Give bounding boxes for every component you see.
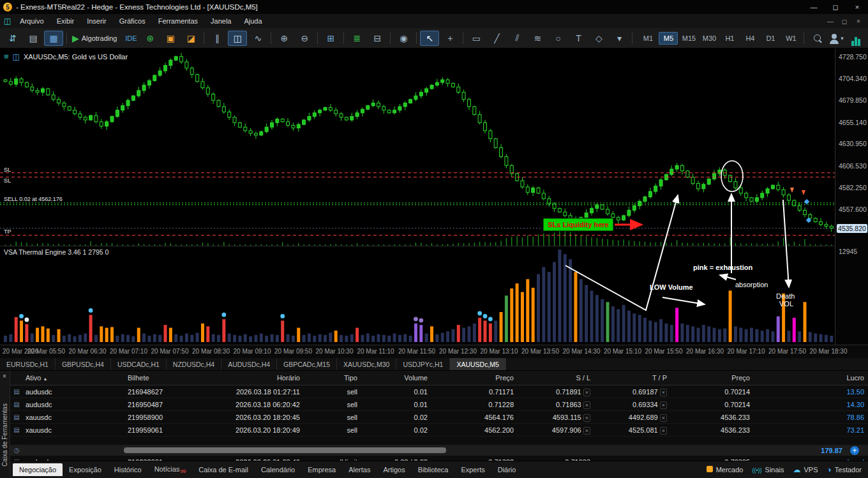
- zoom-in-icon[interactable]: ⊕: [274, 31, 294, 46]
- timeframe-m30[interactable]: M30: [700, 32, 719, 45]
- minimize-button[interactable]: —: [803, 0, 825, 14]
- bar-chart-type-icon[interactable]: ∥: [207, 31, 227, 46]
- profiles-icon[interactable]: ▤: [24, 31, 43, 46]
- bottom-tab-experts[interactable]: Experts: [454, 463, 491, 476]
- indicator-window-icon[interactable]: ⊟: [368, 31, 387, 46]
- account-icon[interactable]: ▾: [828, 31, 847, 46]
- chart-tab-xauusdc-m5[interactable]: XAUUSDc,M5: [450, 358, 506, 370]
- menu-item-inserir[interactable]: Inserir: [80, 15, 113, 27]
- menu-item-ajuda[interactable]: Ajuda: [237, 15, 268, 27]
- column-header-sl[interactable]: S / L: [518, 374, 594, 382]
- chart-menu-icon[interactable]: ≡: [4, 52, 9, 61]
- timeframe-m5[interactable]: M5: [659, 32, 678, 45]
- column-header-tp[interactable]: T / P: [594, 374, 671, 382]
- rectangle-tool-icon[interactable]: ▭: [467, 31, 486, 46]
- bottom-tab-not-cias[interactable]: Notícias99: [148, 463, 193, 477]
- depth-of-market-icon[interactable]: [851, 31, 865, 46]
- cursor-icon[interactable]: ↖: [420, 31, 439, 46]
- crosshair-icon[interactable]: +: [440, 31, 460, 46]
- remove-sl-button[interactable]: ×: [583, 401, 590, 409]
- new-order-icon[interactable]: ⇵: [3, 31, 22, 46]
- remove-sl-button[interactable]: ×: [583, 389, 590, 396]
- bottom-tab-alertas[interactable]: Alertas: [342, 463, 377, 476]
- column-header-horrio[interactable]: Horário: [195, 374, 304, 382]
- menu-item-janela[interactable]: Janela: [204, 15, 237, 27]
- trendline-tool-icon[interactable]: ╱: [487, 31, 506, 46]
- channel-tool-icon[interactable]: ⫽: [507, 31, 527, 46]
- timeframe-m1[interactable]: M1: [638, 32, 657, 45]
- status-testador[interactable]: ◑Testador: [827, 466, 862, 474]
- zoom-out-icon[interactable]: ⊖: [295, 31, 314, 46]
- algotrading-button[interactable]: ▶Algotrading: [70, 31, 119, 46]
- objects-dropdown-icon[interactable]: ▾: [610, 31, 629, 46]
- ellipse-tool-icon[interactable]: ○: [548, 31, 567, 46]
- restore-button[interactable]: ◻: [825, 0, 846, 14]
- column-header-preo[interactable]: Preço: [431, 374, 518, 382]
- status-sinais[interactable]: ((•))Sinais: [752, 466, 784, 474]
- bottom-tab-biblioteca[interactable]: Biblioteca: [412, 463, 455, 476]
- remove-tp-button[interactable]: ×: [660, 389, 667, 396]
- add-button[interactable]: +: [850, 446, 859, 455]
- trade-table-header[interactable]: Ativo ▲BilheteHorárioTipoVolumePreçoS / …: [10, 371, 868, 385]
- status-mercado[interactable]: Mercado: [707, 466, 744, 474]
- bottom-tab-exposi--o[interactable]: Exposição: [63, 463, 108, 476]
- chart-tab-gbpcadc-m15[interactable]: GBPCADc,M15: [277, 358, 337, 370]
- price-scale[interactable]: 4728.7504704.3404679.8504655.1404630.950…: [835, 49, 868, 358]
- status-vps[interactable]: ☁VPS: [793, 466, 818, 474]
- fibonacci-tool-icon[interactable]: ≋: [528, 31, 547, 46]
- remove-sl-button[interactable]: ×: [583, 427, 590, 435]
- indicators-icon[interactable]: ≣: [347, 31, 366, 46]
- column-header-volume[interactable]: Volume: [361, 374, 431, 382]
- chart-tab-gbpusdc-h4[interactable]: GBPUSDc,H4: [56, 358, 111, 370]
- chart-tab-usdjpyc-h1[interactable]: USDJPYc,H1: [396, 358, 450, 370]
- text-tool-icon[interactable]: T: [569, 31, 588, 46]
- timeframe-m15[interactable]: M15: [679, 32, 698, 45]
- screenshot-camera-icon[interactable]: ◉: [394, 31, 413, 46]
- bottom-tab-caixa-de-e-mail[interactable]: Caixa de E-mail: [192, 463, 255, 476]
- bottom-tab-calend-rio[interactable]: Calendário: [255, 463, 301, 476]
- trade-row[interactable]: ▤audusdc2192329312026.03.20 01:08:46sell…: [10, 456, 868, 461]
- column-header-lucro[interactable]: Lucro: [754, 374, 868, 382]
- column-header-bilhete[interactable]: Bilhete: [125, 374, 195, 382]
- trade-row[interactable]: ▤audusdc2169486272026.03.18 01:27:11sell…: [10, 385, 868, 398]
- bottom-tab-negocia--o[interactable]: Negociação: [13, 463, 63, 476]
- bottom-tab-di-rio[interactable]: Diário: [491, 463, 523, 476]
- remove-tp-button[interactable]: ×: [660, 427, 667, 435]
- bottom-tab-artigos[interactable]: Artigos: [377, 463, 411, 476]
- metaeditor-gear-icon[interactable]: ⊛: [140, 31, 160, 46]
- candlestick-type-icon[interactable]: ◫: [228, 31, 247, 46]
- chart-tab-nzdusdc-h4[interactable]: NZDUSDc,H4: [167, 358, 221, 370]
- bottom-tab-hist-rico[interactable]: Histórico: [108, 463, 148, 476]
- chart-tab-usdcadc-h1[interactable]: USDCADc,H1: [111, 358, 167, 370]
- trade-row[interactable]: ▤xauusdc2199590612026.03.20 18:20:49sell…: [10, 424, 868, 437]
- child-minimize-button[interactable]: —: [823, 15, 837, 27]
- timeframe-h4[interactable]: H4: [740, 32, 760, 45]
- remove-tp-button[interactable]: ×: [660, 414, 667, 422]
- shop-bag-icon[interactable]: ◪: [181, 31, 200, 46]
- chart-tab-audusdc-h4[interactable]: AUDUSDc,H4: [221, 358, 277, 370]
- ide-button[interactable]: IDE: [120, 31, 139, 46]
- trade-row[interactable]: ▤xauusdc2199589002026.03.20 18:20:45sell…: [10, 411, 868, 424]
- column-header-tipo[interactable]: Tipo: [304, 374, 361, 382]
- bottom-tab-empresa[interactable]: Empresa: [301, 463, 342, 476]
- timeframe-w1[interactable]: W1: [781, 32, 800, 45]
- objects-tool-icon[interactable]: ◇: [589, 31, 608, 46]
- search-icon[interactable]: [807, 31, 827, 46]
- chart-window-icon[interactable]: ▦: [44, 31, 63, 46]
- column-header-preo[interactable]: Preço: [671, 374, 754, 382]
- menu-item-ferramentas[interactable]: Ferramentas: [152, 15, 204, 27]
- menu-item-arquivo[interactable]: Arquivo: [13, 15, 50, 27]
- trade-row[interactable]: ▤audusdc2169504872026.03.18 06:20:42sell…: [10, 398, 868, 411]
- child-close-button[interactable]: ×: [851, 15, 865, 27]
- toolbox-close-icon[interactable]: ×: [3, 373, 6, 380]
- menu-item-exibir[interactable]: Exibir: [50, 15, 81, 27]
- menu-item-gráficos[interactable]: Gráficos: [113, 15, 152, 27]
- timeframe-h1[interactable]: H1: [720, 32, 739, 45]
- main-chart[interactable]: SLSLSELL 0.02 at 4562.176TP: [0, 49, 835, 246]
- chart-tab-eurusdc-h1[interactable]: EURUSDc,H1: [0, 358, 56, 370]
- close-button[interactable]: ×: [846, 0, 868, 14]
- vsa-indicator-panel[interactable]: [0, 246, 835, 345]
- chart-tab-xauusdc-m30[interactable]: XAUUSDc,M30: [337, 358, 396, 370]
- column-header-ativo[interactable]: Ativo ▲: [23, 374, 125, 382]
- remove-sl-button[interactable]: ×: [583, 414, 590, 422]
